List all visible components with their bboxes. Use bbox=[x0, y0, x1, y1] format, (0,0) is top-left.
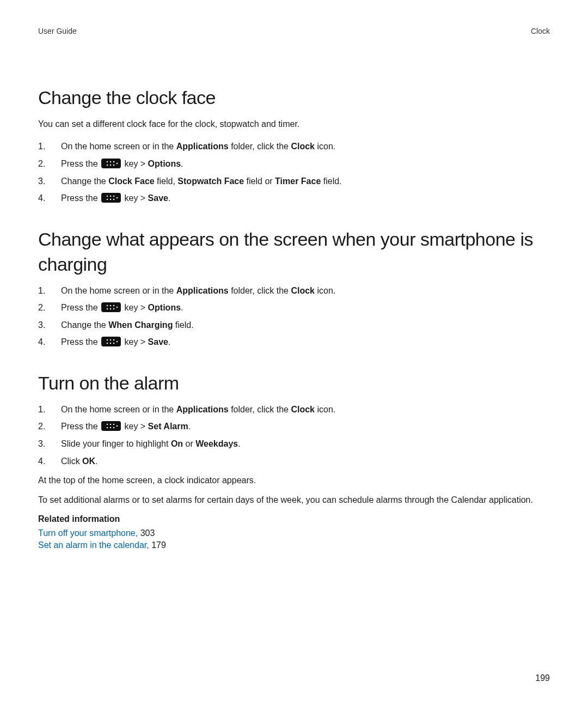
step-text: Press the bbox=[61, 422, 100, 431]
section1-steps: On the home screen or in the Application… bbox=[38, 141, 550, 204]
step-text: . bbox=[238, 439, 240, 448]
step-text: field, bbox=[155, 176, 178, 186]
menu-key-icon bbox=[101, 193, 121, 203]
step-text: Press the bbox=[61, 337, 100, 346]
bold-text: OK bbox=[82, 457, 95, 466]
step-text: Press the bbox=[61, 303, 100, 312]
step-text: key > bbox=[122, 337, 148, 346]
bold-text: On bbox=[171, 439, 183, 448]
step-text: . bbox=[188, 422, 191, 431]
step-item: Slide your finger to highlight On or Wee… bbox=[38, 438, 550, 450]
step-text: . bbox=[181, 303, 183, 312]
step-item: On the home screen or in the Application… bbox=[38, 141, 550, 153]
step-text: On the home screen or in the bbox=[61, 286, 176, 295]
step-text: . bbox=[181, 159, 183, 168]
bold-text: Set Alarm bbox=[148, 422, 188, 431]
step-text: icon. bbox=[315, 405, 335, 414]
bold-text: Clock Face bbox=[108, 176, 154, 186]
step-item: Press the key > Options. bbox=[38, 302, 550, 314]
bold-text: Applications bbox=[176, 286, 229, 295]
step-text: . bbox=[168, 193, 170, 203]
page-number: 199 bbox=[535, 672, 550, 684]
step-text: On the home screen or in the bbox=[61, 405, 176, 414]
header-left: User Guide bbox=[38, 26, 77, 36]
step-text: folder, click the bbox=[229, 286, 291, 295]
bold-text: Weekdays bbox=[195, 439, 238, 448]
step-text: . bbox=[168, 337, 170, 346]
step-item: Change the Clock Face field, Stopwatch F… bbox=[38, 175, 550, 187]
section3-after2: To set additional alarms or to set alarm… bbox=[38, 494, 550, 506]
step-text: key > bbox=[122, 159, 148, 168]
step-text: Press the bbox=[61, 193, 100, 203]
menu-key-icon bbox=[101, 421, 121, 431]
step-item: Press the key > Save. bbox=[38, 336, 550, 348]
related-link-page-number: 179 bbox=[151, 540, 166, 550]
bold-text: Clock bbox=[291, 142, 315, 151]
menu-key-icon bbox=[101, 302, 121, 312]
related-links: Turn off your smartphone, 303 Set an ala… bbox=[38, 527, 550, 551]
section2-steps: On the home screen or in the Application… bbox=[38, 285, 550, 348]
bold-text: Save bbox=[148, 337, 168, 346]
document-page: User Guide Clock Change the clock face Y… bbox=[0, 0, 588, 706]
related-link-row: Set an alarm in the calendar, 179 bbox=[38, 539, 550, 551]
related-info-heading: Related information bbox=[38, 513, 550, 525]
step-text: Change the bbox=[61, 176, 108, 186]
step-text: . bbox=[95, 457, 97, 466]
step-text: field. bbox=[173, 320, 193, 330]
step-text: Slide your finger to highlight bbox=[61, 439, 171, 448]
bold-text: Options bbox=[148, 303, 181, 312]
step-text: field or bbox=[244, 176, 275, 186]
bold-text: Timer Face bbox=[275, 176, 321, 186]
step-text: key > bbox=[122, 303, 148, 312]
section1-intro: You can set a different clock face for t… bbox=[38, 118, 550, 130]
step-text: Press the bbox=[61, 159, 100, 168]
step-text: key > bbox=[122, 193, 148, 203]
bold-text: Options bbox=[148, 159, 181, 168]
step-item: Press the key > Options. bbox=[38, 158, 550, 170]
step-item: On the home screen or in the Application… bbox=[38, 285, 550, 297]
step-text: Click bbox=[61, 457, 82, 466]
step-item: Press the key > Set Alarm. bbox=[38, 421, 550, 433]
step-text: or bbox=[183, 439, 195, 448]
section3-steps: On the home screen or in the Application… bbox=[38, 404, 550, 467]
related-link-row: Turn off your smartphone, 303 bbox=[38, 527, 550, 539]
section-heading-alarm: Turn on the alarm bbox=[38, 371, 550, 396]
step-text: icon. bbox=[315, 286, 335, 295]
menu-key-icon bbox=[101, 159, 121, 168]
related-link-turn-off-smartphone[interactable]: Turn off your smartphone, bbox=[38, 528, 138, 538]
step-text: folder, click the bbox=[229, 142, 291, 151]
step-item: Click OK. bbox=[38, 455, 550, 467]
bold-text: Clock bbox=[291, 286, 315, 295]
step-item: Change the When Charging field. bbox=[38, 319, 550, 331]
related-link-set-alarm-calendar[interactable]: Set an alarm in the calendar, bbox=[38, 540, 149, 550]
bold-text: When Charging bbox=[108, 320, 173, 330]
related-link-page-number: 303 bbox=[140, 528, 155, 538]
bold-text: Applications bbox=[176, 405, 229, 414]
bold-text: Save bbox=[148, 193, 168, 203]
section-heading-clock-face: Change the clock face bbox=[38, 86, 550, 111]
step-text: icon. bbox=[315, 142, 335, 151]
step-text: On the home screen or in the bbox=[61, 142, 176, 151]
step-item: Press the key > Save. bbox=[38, 192, 550, 204]
step-text: key > bbox=[122, 422, 148, 431]
section3-after1: At the top of the home screen, a clock i… bbox=[38, 474, 550, 486]
header-right: Clock bbox=[531, 26, 550, 36]
page-header: User Guide Clock bbox=[38, 26, 550, 36]
menu-key-icon bbox=[101, 337, 121, 346]
step-text: field. bbox=[321, 176, 341, 186]
step-text: folder, click the bbox=[229, 405, 291, 414]
step-item: On the home screen or in the Application… bbox=[38, 404, 550, 416]
step-text: Change the bbox=[61, 320, 108, 330]
section-heading-charging: Change what appears on the screen when y… bbox=[38, 227, 550, 277]
bold-text: Applications bbox=[176, 142, 229, 151]
bold-text: Stopwatch Face bbox=[177, 176, 244, 186]
bold-text: Clock bbox=[291, 405, 315, 414]
